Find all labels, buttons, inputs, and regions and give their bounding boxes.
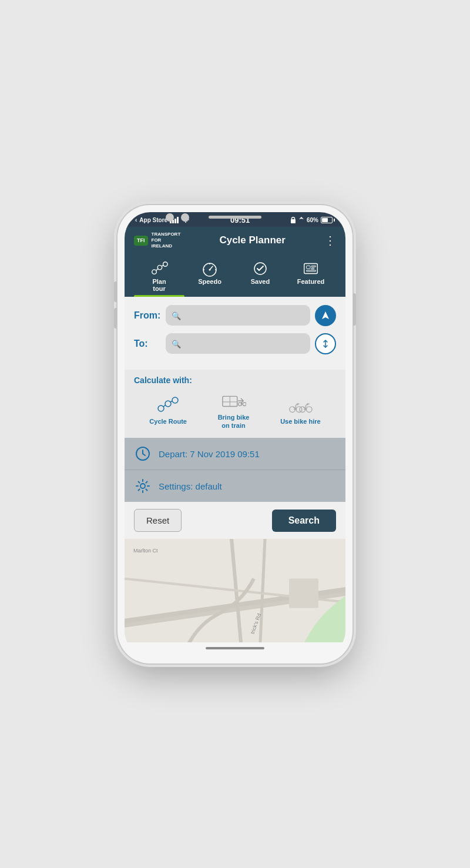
svg-rect-11 bbox=[304, 263, 318, 273]
to-label: To: bbox=[134, 339, 161, 349]
map-svg: Marlton Ct trick's Rd bbox=[125, 539, 345, 642]
from-input-wrapper: 🔍 bbox=[166, 305, 310, 326]
svg-point-17 bbox=[158, 405, 164, 411]
to-input[interactable] bbox=[166, 333, 310, 354]
from-field-row: From: 🔍 bbox=[134, 305, 336, 326]
phone-screen: ‹ App Store 09:51 bbox=[125, 212, 345, 656]
tab-plan-tour-label: Plantour bbox=[152, 278, 166, 292]
battery-label: 60% bbox=[307, 217, 318, 223]
bike-hire-label: Use bike hire bbox=[280, 417, 320, 425]
calc-option-bring-bike[interactable]: Bring bikeon train bbox=[218, 391, 250, 430]
tab-speedo-label: Speedo bbox=[198, 278, 221, 285]
speaker-notch bbox=[209, 216, 261, 219]
tab-featured-label: Featured bbox=[297, 278, 324, 285]
carrier-label: App Store bbox=[139, 217, 167, 223]
settings-text: Settings: default bbox=[159, 481, 222, 491]
reset-button[interactable]: Reset bbox=[134, 509, 182, 532]
tfi-logo: TFI TRANSPORTFORIRELAND bbox=[134, 232, 180, 250]
tfi-badge: TFI bbox=[134, 236, 148, 246]
svg-rect-13 bbox=[311, 266, 316, 267]
settings-icon bbox=[134, 477, 152, 495]
location-icon bbox=[298, 216, 304, 223]
featured-icon bbox=[301, 260, 320, 277]
from-search-icon: 🔍 bbox=[172, 311, 181, 320]
calc-option-bike-hire[interactable]: Use bike hire bbox=[280, 395, 320, 425]
volume-up-button[interactable] bbox=[114, 281, 117, 302]
main-content: From: 🔍 To: 🔍 bbox=[125, 297, 345, 642]
saved-icon bbox=[251, 260, 270, 277]
back-arrow-icon: ‹ bbox=[135, 217, 137, 223]
from-label: From: bbox=[134, 310, 161, 321]
home-indicator bbox=[125, 642, 345, 656]
plan-tour-icon bbox=[150, 260, 169, 277]
from-input[interactable] bbox=[166, 305, 310, 326]
power-button[interactable] bbox=[353, 293, 356, 326]
cycle-route-icon bbox=[156, 395, 180, 415]
svg-point-6 bbox=[157, 265, 162, 270]
settings-row[interactable]: Settings: default bbox=[125, 470, 345, 502]
clock-icon bbox=[134, 445, 152, 463]
svg-point-5 bbox=[152, 270, 157, 274]
svg-rect-14 bbox=[311, 268, 314, 269]
form-section: From: 🔍 To: 🔍 bbox=[125, 297, 345, 370]
home-bar bbox=[206, 647, 264, 649]
calc-option-cycle-route[interactable]: Cycle Route bbox=[149, 395, 187, 425]
header-top-row: TFI TRANSPORTFORIRELAND Cycle Planner ⋮ bbox=[134, 232, 336, 250]
front-camera-right bbox=[181, 213, 189, 222]
svg-text:Marlton Ct: Marlton Ct bbox=[133, 548, 158, 554]
svg-rect-37 bbox=[289, 579, 318, 608]
tfi-subtext: TRANSPORTFORIRELAND bbox=[152, 232, 181, 250]
depart-text: Depart: 7 Nov 2019 09:51 bbox=[159, 449, 260, 459]
tab-speedo[interactable]: Speedo bbox=[184, 257, 235, 297]
svg-point-7 bbox=[163, 262, 168, 266]
status-right: 60% bbox=[290, 216, 335, 223]
svg-rect-4 bbox=[291, 219, 296, 223]
bring-bike-label: Bring bikeon train bbox=[218, 413, 250, 430]
map-background: Marlton Ct trick's Rd bbox=[125, 539, 345, 642]
action-section: Reset Search bbox=[125, 502, 345, 539]
to-field-row: To: 🔍 bbox=[134, 333, 336, 354]
app-title: Cycle Planner bbox=[219, 234, 285, 246]
volume-down-button[interactable] bbox=[114, 308, 117, 329]
front-camera-left bbox=[166, 213, 174, 222]
svg-point-30 bbox=[140, 484, 145, 488]
svg-rect-15 bbox=[306, 270, 315, 271]
info-section: Depart: 7 Nov 2019 09:51 Settings: defau… bbox=[125, 438, 345, 502]
cycle-route-label: Cycle Route bbox=[149, 417, 187, 425]
swap-button[interactable] bbox=[315, 333, 336, 354]
svg-point-18 bbox=[165, 401, 171, 407]
status-bar: ‹ App Store 09:51 bbox=[125, 212, 345, 227]
svg-point-28 bbox=[307, 407, 313, 413]
nav-tabs: Plantour Speedo bbox=[134, 257, 336, 297]
depart-row[interactable]: Depart: 7 Nov 2019 09:51 bbox=[125, 438, 345, 470]
calculate-section: Calculate with: Cycle Rout bbox=[125, 370, 345, 438]
tab-saved[interactable]: Saved bbox=[235, 257, 286, 297]
map-section: Marlton Ct trick's Rd bbox=[125, 539, 345, 642]
to-input-wrapper: 🔍 bbox=[166, 333, 310, 354]
svg-point-24 bbox=[243, 403, 246, 406]
svg-rect-12 bbox=[306, 266, 310, 269]
tab-saved-label: Saved bbox=[251, 278, 270, 285]
search-button[interactable]: Search bbox=[272, 510, 336, 532]
lock-icon bbox=[290, 216, 296, 223]
phone-frame: ‹ App Store 09:51 bbox=[118, 205, 352, 663]
calc-options: Cycle Route bbox=[134, 391, 336, 430]
bike-hire-icon bbox=[288, 395, 313, 415]
svg-rect-2 bbox=[174, 219, 176, 223]
location-button[interactable] bbox=[315, 305, 336, 326]
svg-point-19 bbox=[172, 397, 178, 403]
more-menu-button[interactable]: ⋮ bbox=[324, 233, 336, 247]
calculate-label: Calculate with: bbox=[134, 376, 336, 385]
to-search-icon: 🔍 bbox=[172, 339, 181, 348]
battery-icon bbox=[321, 217, 335, 223]
svg-marker-16 bbox=[322, 311, 329, 319]
speedo-icon bbox=[200, 260, 219, 277]
tab-featured[interactable]: Featured bbox=[286, 257, 336, 297]
svg-rect-3 bbox=[177, 217, 179, 223]
tab-plan-tour[interactable]: Plantour bbox=[134, 257, 184, 297]
bring-bike-icon bbox=[221, 391, 246, 411]
app-header: TFI TRANSPORTFORIRELAND Cycle Planner ⋮ bbox=[125, 227, 345, 297]
svg-point-9 bbox=[209, 269, 211, 270]
